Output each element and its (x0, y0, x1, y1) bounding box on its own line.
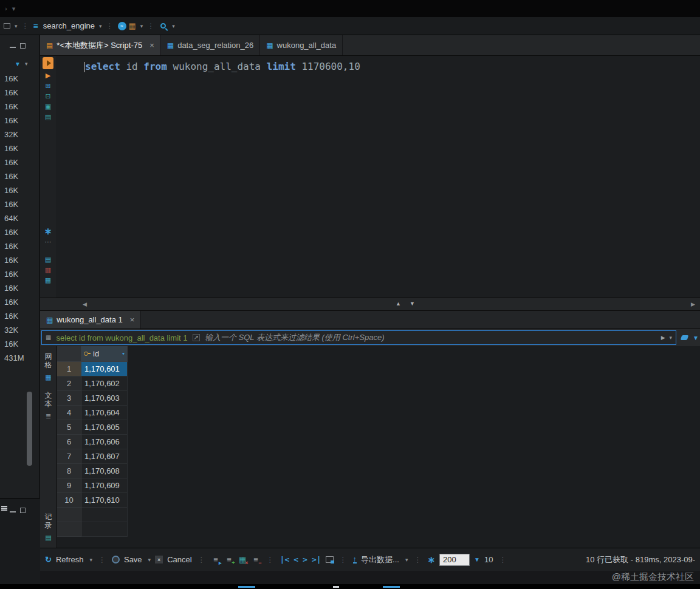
row-number[interactable]: 9 (57, 478, 81, 493)
id-cell[interactable] (81, 508, 128, 522)
filter-input[interactable]: ▦ select id from wukong_all_data limit 1… (41, 330, 676, 345)
row-number[interactable] (57, 508, 81, 522)
row-number[interactable]: 4 (57, 406, 81, 420)
row-number[interactable]: 6 (57, 435, 81, 449)
filter-funnel-icon[interactable]: ▼ (15, 61, 21, 67)
first-row-icon[interactable]: |< (280, 555, 290, 564)
tab-wukong-all-data[interactable]: ▦ wukong_all_data (260, 35, 343, 55)
size-item[interactable]: 16K (0, 267, 39, 281)
row-number[interactable]: 7 (57, 449, 81, 464)
size-item[interactable]: 16K (0, 281, 39, 295)
size-item[interactable]: 32K (0, 128, 39, 141)
maximize-view-icon[interactable] (20, 43, 26, 49)
scroll-left-icon[interactable]: ◀ (83, 301, 87, 307)
row-number[interactable]: 10 (57, 493, 81, 508)
scroll-right-icon[interactable]: ▶ (691, 301, 695, 307)
size-item[interactable]: 16K (0, 309, 39, 323)
size-item[interactable]: 16K (0, 197, 39, 211)
id-cell[interactable]: 1,170,602 (81, 376, 128, 391)
segment-funnel-icon[interactable]: ▼ (474, 556, 480, 563)
delete-row-icon[interactable]: ≡− (252, 555, 261, 564)
connection-caret-icon[interactable]: ▾ (99, 23, 102, 29)
fetch-size-input[interactable]: 200 (439, 554, 470, 566)
tab-record-label[interactable]: 记录 (44, 512, 53, 529)
search-icon[interactable] (160, 23, 166, 29)
goto-row-icon[interactable]: ≡▸ (211, 555, 221, 564)
tab-grid-label[interactable]: 网格 (44, 352, 53, 369)
execute-sql-button[interactable] (43, 57, 53, 69)
sash-up-icon[interactable]: ▲ (396, 301, 401, 307)
id-cell[interactable]: 1,170,607 (81, 449, 128, 464)
last-row-icon[interactable]: >| (312, 555, 321, 564)
filter-caret-icon[interactable]: ▾ (25, 61, 28, 67)
id-cell[interactable] (81, 522, 128, 537)
clear-filter-icon[interactable] (681, 335, 689, 340)
record-view-icon[interactable]: ▤ (45, 533, 51, 542)
minimize-view-icon[interactable] (10, 508, 16, 512)
size-item[interactable]: 64K (0, 211, 39, 225)
row-number[interactable]: 1 (57, 362, 81, 376)
id-cell[interactable]: 1,170,609 (81, 478, 128, 493)
sql-editor[interactable]: select id from wukong_all_data limit 117… (56, 56, 700, 298)
refresh-caret-icon[interactable]: ▾ (89, 557, 92, 563)
size-item[interactable]: 16K (0, 141, 39, 155)
id-cell[interactable]: 1,170,606 (81, 435, 128, 449)
menu-caret-icon[interactable]: ▾ (12, 5, 16, 13)
minimize-view-icon[interactable] (10, 43, 16, 48)
list-icon[interactable] (1, 506, 7, 507)
window-icon[interactable] (4, 23, 10, 29)
archive-icon[interactable]: ▦ (129, 21, 136, 30)
window-caret-icon[interactable]: ▾ (15, 23, 18, 29)
size-item[interactable]: 16K (0, 253, 39, 267)
id-cell[interactable]: 1,170,608 (81, 464, 128, 478)
cloud-sync-icon[interactable]: ≈ (118, 22, 126, 30)
size-item[interactable]: 16K (0, 86, 39, 100)
size-item[interactable]: 16K (0, 239, 39, 253)
size-item[interactable]: 16K (0, 100, 39, 114)
tab-data-seg-relation-26[interactable]: ▦ data_seg_relation_26 (161, 35, 260, 55)
cancel-button[interactable]: Cancel (167, 555, 191, 564)
config-star-icon[interactable]: ∗ (427, 554, 435, 565)
size-item[interactable]: 16K (0, 337, 39, 351)
size-item[interactable]: 431M (0, 351, 39, 365)
duplicate-row-icon[interactable]: ▦× (238, 555, 247, 564)
grid-corner[interactable] (57, 346, 81, 362)
close-icon[interactable]: × (130, 315, 135, 324)
export-icon[interactable]: ↑ (353, 556, 357, 563)
refresh-icon[interactable]: ↻ (45, 555, 52, 564)
save-button[interactable]: Save (124, 555, 142, 564)
filter-history-caret-icon[interactable]: ▾ (670, 335, 673, 341)
export-button[interactable]: 导出数据... (361, 554, 399, 565)
add-row-icon[interactable]: ≡+ (225, 555, 234, 564)
execute-script-icon[interactable]: ⊞ (45, 81, 50, 90)
fetch-all-icon[interactable] (326, 556, 334, 563)
id-cell[interactable]: 1,170,605 (81, 420, 128, 435)
filter-settings-icon[interactable]: ▼ (693, 335, 699, 341)
splitter-sash[interactable]: ▲ ▼ (396, 301, 415, 307)
size-item[interactable]: 16K (0, 114, 39, 128)
close-icon[interactable]: × (149, 41, 154, 50)
id-cell[interactable]: 1,170,604 (81, 406, 128, 420)
row-number[interactable]: 5 (57, 420, 81, 435)
tab-script-75[interactable]: ▤ *<本地数据库> Script-75 × (40, 35, 161, 55)
expand-filter-icon[interactable]: ↗ (193, 334, 200, 341)
column-filter-caret-icon[interactable]: ▾ (122, 351, 125, 356)
mail-export-icon[interactable]: ▣ (45, 102, 51, 111)
doc-icon-2[interactable]: ▥ (45, 265, 51, 274)
export-caret-icon[interactable]: ▾ (405, 557, 408, 563)
cancel-icon[interactable]: × (155, 556, 163, 563)
doc-icon-1[interactable]: ▤ (45, 255, 51, 264)
save-caret-icon[interactable]: ▾ (148, 557, 151, 563)
id-cell[interactable]: 1,170,603 (81, 391, 128, 406)
size-item[interactable]: 16K (0, 169, 39, 183)
execute-statement-icon[interactable]: ▶ (46, 71, 50, 80)
sash-down-icon[interactable]: ▼ (410, 301, 415, 307)
database-connection-icon[interactable]: ≡ (33, 21, 38, 31)
script-output-icon[interactable]: ▤ (45, 112, 51, 121)
row-number[interactable]: 2 (57, 376, 81, 391)
save-icon[interactable] (112, 556, 120, 563)
editor-hscrollbar[interactable]: ◀ ▲ ▼ ▶ (40, 298, 700, 311)
doc-icon-3[interactable]: ▦ (45, 276, 51, 284)
tab-text-label[interactable]: 文本 (44, 391, 53, 408)
settings-star-icon[interactable]: ∗ (44, 227, 52, 236)
